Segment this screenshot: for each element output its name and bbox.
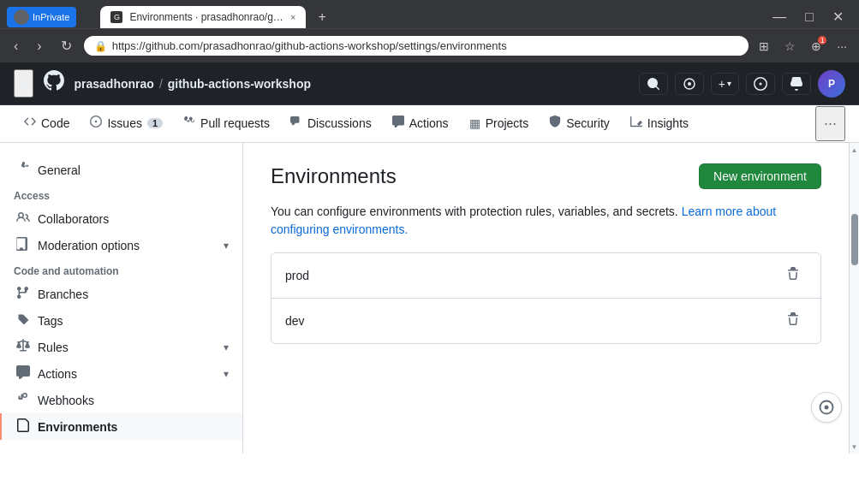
- minimize-button[interactable]: —: [764, 5, 795, 28]
- address-bar[interactable]: 🔒 https://github.com/prasadhonrao/github…: [84, 36, 749, 56]
- read-aloud-icon[interactable]: ⊞: [754, 36, 774, 56]
- tab-code[interactable]: Code: [14, 105, 80, 142]
- sidebar-tags-label: Tags: [38, 314, 63, 328]
- tab-discussions[interactable]: Discussions: [280, 105, 382, 142]
- environment-dev-name[interactable]: dev: [285, 314, 779, 328]
- sidebar-item-tags[interactable]: Tags: [0, 307, 242, 334]
- search-button[interactable]: [639, 73, 668, 95]
- new-item-button[interactable]: + ▾: [711, 73, 739, 95]
- actions-expand-icon: ▾: [224, 368, 229, 380]
- more-options-icon[interactable]: ···: [832, 36, 852, 56]
- tab-close-button[interactable]: ×: [290, 12, 295, 22]
- configuring-link-text: configuring environments.: [271, 222, 408, 236]
- sidebar-webhooks-label: Webhooks: [38, 394, 94, 407]
- copilot-button[interactable]: [675, 73, 704, 95]
- sidebar-item-moderation[interactable]: Moderation options ▾: [0, 232, 242, 258]
- main-content: Environments New environment You can con…: [243, 143, 849, 454]
- breadcrumb-user[interactable]: prasadhonrao: [75, 77, 154, 91]
- hamburger-menu[interactable]: ≡: [14, 69, 33, 98]
- notifications-button[interactable]: [782, 73, 811, 95]
- sidebar-general-label: General: [38, 163, 81, 177]
- description-text: You can configure environments with prot…: [271, 205, 678, 218]
- tab-title: Environments · prasadhonrao/git...: [129, 11, 283, 23]
- plus-icon: +: [719, 77, 725, 91]
- sidebar-item-webhooks[interactable]: Webhooks: [0, 387, 242, 413]
- github-logo[interactable]: [44, 70, 64, 97]
- settings-sidebar: General Access Collaborators Moderation …: [0, 143, 243, 454]
- sidebar-item-branches[interactable]: Branches: [0, 281, 242, 307]
- favorites-icon[interactable]: ☆: [779, 36, 801, 56]
- user-avatar[interactable]: P: [818, 70, 845, 98]
- tab-actions[interactable]: Actions: [382, 105, 459, 142]
- discussions-icon: [290, 116, 302, 130]
- maximize-button[interactable]: □: [796, 5, 822, 28]
- scroll-down-arrow[interactable]: ▼: [851, 443, 858, 450]
- inprivate-label: InPrivate: [33, 12, 69, 22]
- scroll-up-arrow[interactable]: ▲: [851, 146, 858, 153]
- sidebar-item-actions[interactable]: Actions ▾: [0, 360, 242, 387]
- refresh-button[interactable]: ↻: [54, 34, 79, 57]
- issues-badge: 1: [147, 118, 163, 128]
- code-automation-section-header: Code and automation: [0, 258, 242, 281]
- github-header: ≡ prasadhonrao / github-actions-workshop…: [0, 62, 859, 105]
- collaborators-icon: [15, 210, 31, 227]
- close-button[interactable]: ✕: [824, 5, 852, 28]
- sidebar-item-general[interactable]: General: [0, 157, 242, 183]
- learn-more-label: Learn more about: [682, 205, 777, 218]
- issues-button[interactable]: [746, 73, 775, 95]
- content-header: Environments New environment: [271, 163, 821, 189]
- window-controls: — □ ✕: [764, 5, 852, 28]
- new-tab-button[interactable]: +: [311, 6, 332, 28]
- inprivate-avatar: [14, 9, 29, 25]
- tab-projects-label: Projects: [486, 116, 529, 130]
- tab-issues-label: Issues: [107, 116, 141, 130]
- page-title: Environments: [271, 164, 397, 188]
- environment-prod-name[interactable]: prod: [285, 269, 779, 282]
- forward-button[interactable]: ›: [30, 35, 48, 57]
- active-tab[interactable]: G Environments · prasadhonrao/git... ×: [100, 6, 306, 28]
- tab-actions-label: Actions: [409, 116, 449, 130]
- tab-insights-label: Insights: [647, 116, 689, 130]
- environment-prod-delete-button[interactable]: [779, 264, 807, 288]
- environments-list: prod dev: [271, 252, 821, 344]
- new-environment-button[interactable]: New environment: [699, 163, 821, 189]
- sidebar-branches-label: Branches: [38, 288, 88, 301]
- tab-security[interactable]: Security: [539, 105, 620, 142]
- sidebar-item-rules[interactable]: Rules ▾: [0, 334, 242, 360]
- browser-settings-icon[interactable]: ⊕ 1: [806, 36, 826, 56]
- moderation-icon: [15, 237, 31, 253]
- rules-expand-icon: ▾: [224, 341, 229, 353]
- environment-dev-delete-button[interactable]: [779, 309, 807, 333]
- tab-projects[interactable]: ▦ Projects: [459, 106, 540, 142]
- environment-item-prod: prod: [271, 253, 820, 299]
- back-button[interactable]: ‹: [7, 35, 25, 57]
- moderation-expand-icon: ▾: [224, 240, 229, 252]
- breadcrumb-repo[interactable]: github-actions-workshop: [168, 77, 311, 91]
- lock-icon: 🔒: [94, 40, 107, 52]
- tab-pull-requests[interactable]: Pull requests: [173, 105, 280, 142]
- rules-icon: [15, 339, 31, 355]
- scrollbar[interactable]: ▲ ▼: [849, 143, 859, 454]
- tab-insights[interactable]: Insights: [620, 105, 699, 142]
- webhooks-icon: [15, 392, 31, 408]
- insights-icon: [630, 116, 642, 130]
- svg-point-1: [688, 82, 691, 86]
- scroll-thumb[interactable]: [851, 214, 858, 265]
- repo-nav: Code Issues 1 Pull requests Discussions: [0, 105, 859, 143]
- tab-issues[interactable]: Issues 1: [80, 105, 173, 142]
- actions-sidebar-icon: [15, 365, 31, 382]
- environment-item-dev: dev: [271, 299, 820, 343]
- general-icon: [15, 162, 31, 178]
- code-icon: [24, 116, 36, 130]
- sidebar-item-collaborators[interactable]: Collaborators: [0, 205, 242, 232]
- sidebar-item-environments[interactable]: Environments: [0, 413, 242, 440]
- sidebar-environments-label: Environments: [38, 420, 117, 434]
- issues-icon: [90, 116, 102, 130]
- access-section-header: Access: [0, 183, 242, 205]
- copilot-fab-button[interactable]: [811, 392, 842, 423]
- more-nav-button[interactable]: ···: [815, 106, 845, 141]
- tags-icon: [15, 312, 31, 329]
- main-layout: General Access Collaborators Moderation …: [0, 143, 859, 454]
- breadcrumb: prasadhonrao / github-actions-workshop: [75, 77, 311, 91]
- security-icon: [549, 116, 561, 130]
